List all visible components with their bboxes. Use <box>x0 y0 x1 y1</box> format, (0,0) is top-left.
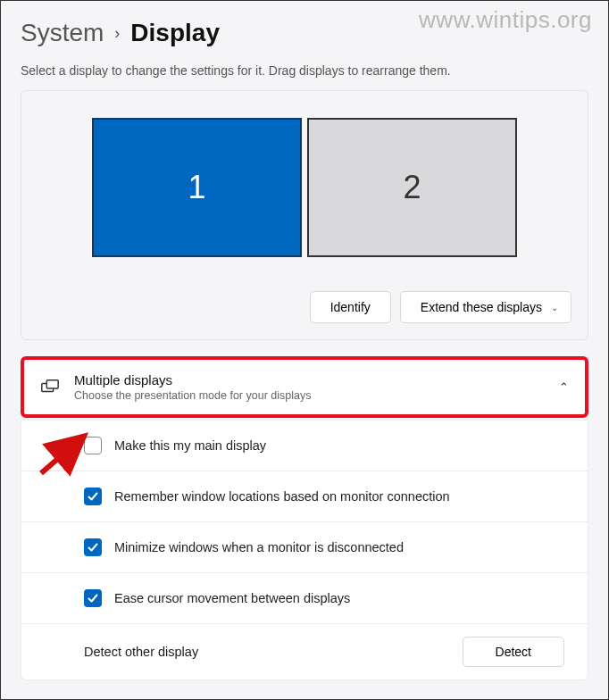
option-ease-cursor[interactable]: Ease cursor movement between displays <box>21 572 588 623</box>
display-arrange-panel: 1 2 Identify Extend these displays ⌄ <box>21 90 588 340</box>
breadcrumb-parent[interactable]: System <box>21 19 104 47</box>
detect-row: Detect other display Detect <box>21 623 588 679</box>
extend-displays-dropdown[interactable]: Extend these displays ⌄ <box>400 291 571 323</box>
breadcrumb: System › Display <box>21 19 588 47</box>
checkbox-main-display[interactable] <box>84 437 102 454</box>
option-label: Minimize windows when a monitor is disco… <box>114 540 404 554</box>
detect-button[interactable]: Detect <box>463 637 564 667</box>
monitor-2[interactable]: 2 <box>307 118 517 257</box>
checkbox-minimize-disconnect[interactable] <box>84 538 102 556</box>
extend-label: Extend these displays <box>421 300 542 314</box>
option-label: Make this my main display <box>114 438 266 453</box>
chevron-down-icon: ⌄ <box>551 303 558 312</box>
identify-button[interactable]: Identify <box>310 291 391 323</box>
section-title: Multiple displays <box>74 372 545 388</box>
checkbox-ease-cursor[interactable] <box>84 589 102 607</box>
instruction-text: Select a display to change the settings … <box>21 63 588 78</box>
option-main-display[interactable]: Make this my main display <box>21 420 588 471</box>
chevron-right-icon: › <box>114 24 120 43</box>
checkbox-remember-locations[interactable] <box>84 488 102 505</box>
chevron-up-icon: ⌃ <box>559 380 569 394</box>
monitor-1[interactable]: 1 <box>92 118 302 257</box>
section-subtitle: Choose the presentation mode for your di… <box>74 389 545 402</box>
option-minimize-disconnect[interactable]: Minimize windows when a monitor is disco… <box>21 521 588 572</box>
multiple-displays-header[interactable]: Multiple displays Choose the presentatio… <box>21 356 588 418</box>
detect-label: Detect other display <box>84 645 198 659</box>
option-label: Ease cursor movement between displays <box>114 591 350 605</box>
monitor-layout[interactable]: 1 2 <box>38 118 571 257</box>
option-remember-locations[interactable]: Remember window locations based on monit… <box>21 471 588 521</box>
option-label: Remember window locations based on monit… <box>114 489 450 504</box>
svg-rect-1 <box>46 379 58 388</box>
breadcrumb-current: Display <box>130 19 220 47</box>
displays-icon <box>40 378 60 397</box>
multiple-displays-options: Make this my main display Remember windo… <box>21 420 588 680</box>
